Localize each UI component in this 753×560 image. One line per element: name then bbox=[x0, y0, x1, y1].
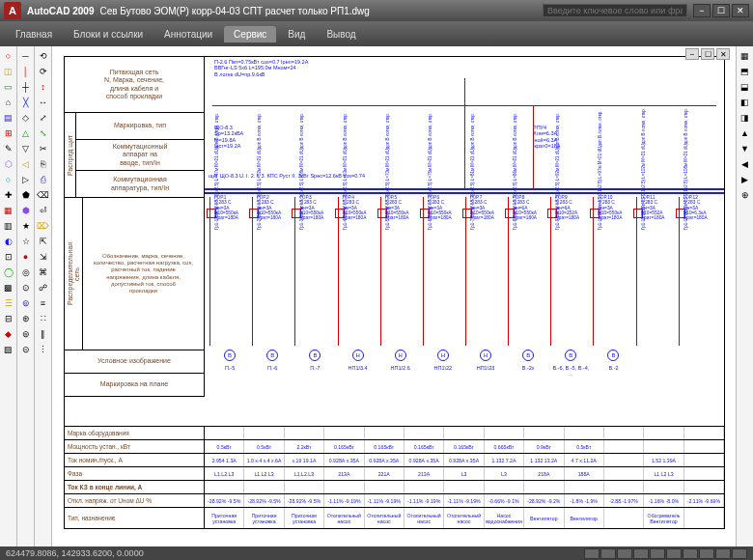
doc-minimize-button[interactable]: − bbox=[685, 48, 699, 60]
table-cell: 2.954 1.3А bbox=[205, 454, 244, 466]
tool-icon[interactable]: ⌦ bbox=[36, 218, 50, 233]
tool-icon[interactable]: ▩ bbox=[1, 280, 15, 294]
status-button[interactable] bbox=[699, 548, 714, 559]
tool-icon[interactable]: ▶ bbox=[738, 172, 752, 186]
tool-icon[interactable]: ◇ bbox=[18, 110, 33, 125]
tool-icon[interactable]: ▲ bbox=[738, 126, 752, 140]
tool-icon[interactable]: ⎘ bbox=[36, 156, 50, 171]
tool-icon[interactable]: ↕ bbox=[36, 79, 50, 94]
feeder-line: Гр1-3 ВВГнг-LS 3(1x2.5) L=58м М=21 dUдоп… bbox=[294, 230, 335, 346]
tool-icon[interactable]: ⇲ bbox=[36, 249, 50, 264]
tool-icon[interactable]: ⌂ bbox=[1, 95, 15, 109]
tool-icon[interactable]: ▭ bbox=[1, 79, 15, 94]
tool-icon[interactable]: ‖ bbox=[36, 326, 50, 341]
tool-icon[interactable]: ▤ bbox=[1, 110, 15, 125]
tab-output[interactable]: Вывод bbox=[317, 26, 365, 42]
tool-icon[interactable]: ◯ bbox=[1, 265, 15, 279]
window-close-button[interactable]: ✕ bbox=[732, 4, 749, 17]
tool-icon[interactable]: ⇱ bbox=[36, 234, 50, 248]
tool-icon[interactable]: ● bbox=[18, 249, 33, 264]
tool-icon[interactable]: ⊕ bbox=[738, 187, 752, 202]
drawing-canvas[interactable]: − ☐ ✕ Питающая сеть N, Марка, сечение, д… bbox=[52, 46, 736, 546]
tool-icon[interactable]: ╳ bbox=[18, 95, 33, 109]
tool-icon[interactable]: ▽ bbox=[18, 141, 33, 155]
tool-icon[interactable]: ◫ bbox=[1, 64, 15, 78]
status-button[interactable] bbox=[584, 548, 600, 559]
search-box[interactable] bbox=[543, 4, 687, 17]
tool-icon[interactable]: ─ bbox=[18, 48, 33, 63]
tool-icon[interactable]: ⏎ bbox=[36, 203, 50, 217]
tool-icon[interactable]: ◐ bbox=[1, 234, 15, 248]
tab-blocks[interactable]: Блоки и ссылки bbox=[64, 26, 153, 42]
tool-icon[interactable]: ∷ bbox=[36, 311, 50, 325]
status-button[interactable] bbox=[633, 548, 649, 559]
tool-icon[interactable]: ⬢ bbox=[18, 203, 33, 217]
tool-icon[interactable]: ⬡ bbox=[1, 156, 15, 171]
table-cell: 0.165кВт bbox=[365, 440, 404, 453]
status-button[interactable] bbox=[600, 548, 616, 559]
tool-icon[interactable]: ⬒ bbox=[738, 64, 752, 78]
window-maximize-button[interactable]: ☐ bbox=[712, 4, 730, 17]
tab-annotations[interactable]: Аннотации bbox=[154, 26, 222, 42]
tool-icon[interactable]: ⊜ bbox=[18, 326, 33, 341]
tab-view[interactable]: Вид bbox=[278, 26, 315, 42]
status-button[interactable] bbox=[666, 548, 682, 559]
tool-icon[interactable]: ☍ bbox=[36, 280, 50, 294]
window-minimize-button[interactable]: − bbox=[693, 4, 711, 17]
tool-icon[interactable]: ⎙ bbox=[36, 172, 50, 186]
tool-icon[interactable]: │ bbox=[18, 64, 33, 78]
status-button[interactable] bbox=[732, 548, 747, 559]
tool-icon[interactable]: ⋮ bbox=[36, 342, 50, 356]
tool-icon[interactable]: ◎ bbox=[18, 265, 33, 279]
plan-marker: В.-2 bbox=[593, 365, 633, 371]
tool-icon[interactable]: ▼ bbox=[738, 141, 752, 155]
tool-icon[interactable]: ◀ bbox=[738, 156, 752, 171]
tool-icon[interactable]: ⤢ bbox=[36, 110, 50, 125]
tool-icon[interactable]: ☆ bbox=[18, 234, 33, 248]
tool-icon[interactable]: ▷ bbox=[18, 172, 33, 186]
tool-icon[interactable]: ▨ bbox=[1, 342, 15, 356]
tool-icon[interactable]: ⊚ bbox=[18, 295, 33, 310]
tool-icon[interactable]: ↔ bbox=[36, 95, 50, 109]
status-button[interactable] bbox=[715, 548, 731, 559]
tool-icon[interactable]: ✂ bbox=[36, 141, 50, 155]
status-button[interactable] bbox=[683, 548, 698, 559]
tool-icon[interactable]: ⊛ bbox=[18, 311, 33, 325]
status-button[interactable] bbox=[650, 548, 665, 559]
tool-icon[interactable]: ⤡ bbox=[36, 126, 50, 140]
tool-icon[interactable]: △ bbox=[18, 126, 33, 140]
tool-icon[interactable]: ☰ bbox=[1, 295, 15, 310]
tool-icon[interactable]: ⟲ bbox=[36, 48, 50, 63]
search-input[interactable] bbox=[543, 4, 687, 17]
tool-icon[interactable]: ○ bbox=[1, 172, 15, 186]
tool-icon[interactable]: ▦ bbox=[738, 48, 752, 63]
tool-icon[interactable]: ✎ bbox=[1, 141, 15, 155]
tool-icon[interactable]: ◁ bbox=[18, 156, 33, 171]
tab-home[interactable]: Главная bbox=[6, 26, 62, 42]
tool-icon[interactable]: ⊞ bbox=[1, 126, 15, 140]
tab-service[interactable]: Сервис bbox=[224, 26, 276, 42]
tool-icon[interactable]: ◆ bbox=[1, 326, 15, 341]
tool-icon[interactable]: ≡ bbox=[36, 295, 50, 310]
tool-icon[interactable]: ⌘ bbox=[36, 265, 50, 279]
tool-icon[interactable]: ◨ bbox=[738, 110, 752, 125]
doc-close-button[interactable]: ✕ bbox=[716, 48, 730, 60]
tool-icon[interactable]: ⬓ bbox=[738, 79, 752, 94]
tool-icon[interactable]: ⊙ bbox=[18, 280, 33, 294]
tool-icon[interactable]: ★ bbox=[18, 218, 33, 233]
tool-icon[interactable]: ▥ bbox=[1, 218, 15, 233]
tool-icon[interactable]: ◧ bbox=[738, 95, 752, 109]
tool-icon[interactable]: ⌫ bbox=[36, 187, 50, 202]
tool-icon[interactable]: ┼ bbox=[18, 79, 33, 94]
tool-icon[interactable]: ✚ bbox=[1, 187, 15, 202]
tool-icon[interactable]: ▦ bbox=[1, 203, 15, 217]
tool-icon[interactable]: ⬟ bbox=[18, 187, 33, 202]
table-cell: Отопительный насос bbox=[365, 508, 404, 528]
doc-maximize-button[interactable]: ☐ bbox=[701, 48, 714, 60]
tool-icon[interactable]: ⊝ bbox=[18, 342, 33, 356]
tool-icon[interactable]: ○ bbox=[1, 48, 15, 63]
tool-icon[interactable]: ⊡ bbox=[1, 249, 15, 264]
status-button[interactable] bbox=[617, 548, 632, 559]
tool-icon[interactable]: ⊟ bbox=[1, 311, 15, 325]
tool-icon[interactable]: ⟳ bbox=[36, 64, 50, 78]
